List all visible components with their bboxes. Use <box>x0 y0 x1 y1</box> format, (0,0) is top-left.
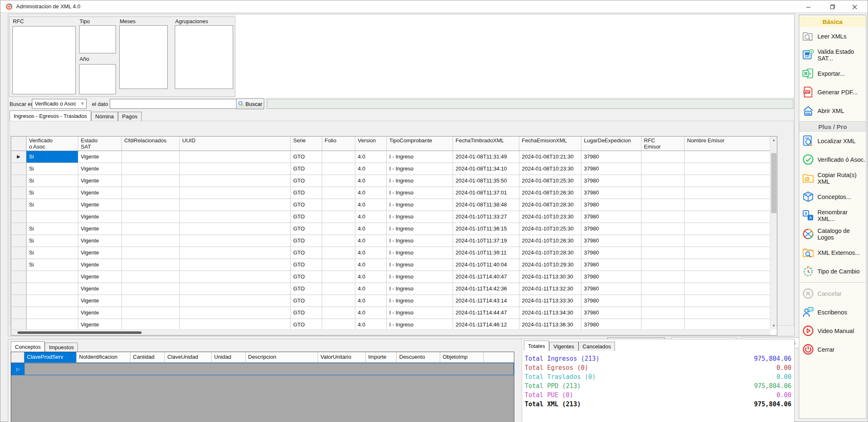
sidebar-item-leer-xmls[interactable]: Leer XMLs <box>799 27 866 46</box>
row-selector[interactable] <box>11 223 27 235</box>
cell-emision[interactable]: 2024-01-08T10:26:30 <box>519 187 581 199</box>
cell-estado[interactable]: Vigente <box>78 199 122 211</box>
maximize-button[interactable] <box>823 0 842 12</box>
cell-cfdi[interactable] <box>122 211 180 223</box>
vertical-scrollbar[interactable]: ▲ ▼ <box>770 137 777 329</box>
cell-emision[interactable]: 2024-01-10T10:23:30 <box>519 211 581 223</box>
cell-tipo[interactable]: I - Ingreso <box>387 163 453 175</box>
cell-uuid[interactable] <box>180 319 291 329</box>
cell-version[interactable]: 4.0 <box>355 319 387 329</box>
cell-serie[interactable]: GTO <box>291 151 322 163</box>
detail-column-header-unidad[interactable]: Unidad <box>212 352 246 362</box>
cell-cfdi[interactable] <box>122 187 180 199</box>
row-selector[interactable]: ▶ <box>11 151 27 163</box>
table-row[interactable]: VigenteGTO4.0I - Ingreso2024-01-11T14:46… <box>11 319 770 329</box>
detail-column-header-descuento[interactable]: Descuento <box>397 352 440 362</box>
cell-serie[interactable]: GTO <box>291 307 322 319</box>
cell-verificado[interactable]: Si <box>27 235 78 247</box>
cell-serie[interactable]: GTO <box>291 199 322 211</box>
cell-lugar[interactable]: 37980 <box>581 283 641 295</box>
row-selector[interactable] <box>11 199 27 211</box>
sidebar-item-conceptos[interactable]: Conceptos... <box>799 187 866 206</box>
row-selector[interactable] <box>11 259 27 271</box>
tipo-listbox[interactable] <box>79 25 116 53</box>
cell-estado[interactable]: Vigente <box>78 163 122 175</box>
column-header-verificado[interactable]: Verificado o Asoc <box>27 137 78 151</box>
cell-serie[interactable]: GTO <box>291 247 322 259</box>
cell-folio[interactable] <box>322 319 355 329</box>
search-input[interactable] <box>110 99 241 109</box>
column-header-uuid[interactable]: UUID <box>180 137 291 151</box>
cell-folio[interactable] <box>322 199 355 211</box>
detail-column-header-claveunidad[interactable]: ClaveUnidad <box>165 352 212 362</box>
detail-column-header-objetoimp[interactable]: ObjetoImp <box>440 352 484 362</box>
minimize-button[interactable] <box>799 0 818 12</box>
cell-serie[interactable]: GTO <box>291 271 322 283</box>
detail-column-header-importe[interactable]: Importe <box>366 352 397 362</box>
cell-cfdi[interactable] <box>122 199 180 211</box>
cell-rfc_emisor[interactable] <box>641 247 685 259</box>
cell-uuid[interactable] <box>180 247 291 259</box>
tab-ingresos-egresos-traslados[interactable]: Ingresos - Egresos - Traslados <box>10 110 91 121</box>
row-selector[interactable] <box>11 319 27 329</box>
table-row[interactable]: VigenteGTO4.0I - Ingreso2024-01-11T14:40… <box>11 271 770 283</box>
column-header-emision[interactable]: FechaEmisionXML <box>519 137 581 151</box>
cell-estado[interactable]: Vigente <box>78 271 122 283</box>
sidebar-item-generar-pdf[interactable]: PDFGenerar PDF... <box>799 83 866 101</box>
cell-timbrado[interactable]: 2024-01-11T14:40:47 <box>453 271 519 283</box>
cell-cfdi[interactable] <box>122 247 180 259</box>
cell-uuid[interactable] <box>180 211 291 223</box>
cell-cfdi[interactable] <box>122 223 180 235</box>
cell-serie[interactable]: GTO <box>291 187 322 199</box>
cell-cfdi[interactable] <box>122 307 180 319</box>
detail-column-header-claveprodserv[interactable]: ClaveProdServ <box>24 352 77 362</box>
cell-folio[interactable] <box>322 307 355 319</box>
sidebar-item-xml-externos[interactable]: XML Externos... <box>799 243 866 262</box>
cell-version[interactable]: 4.0 <box>355 271 387 283</box>
sidebar-item-abrir-xml[interactable]: XMLAbrir XML <box>799 101 866 120</box>
cell-rfc_emisor[interactable] <box>641 175 685 187</box>
cell-emision[interactable]: 2024-01-11T13:33:30 <box>519 295 581 307</box>
cell-folio[interactable] <box>322 271 355 283</box>
detail-grid-row[interactable]: ▷ <box>11 363 514 375</box>
cell-version[interactable]: 4.0 <box>355 307 387 319</box>
sidebar-item-verificado[interactable]: Verificado ó Asoc. <box>799 150 866 169</box>
cell-verificado[interactable] <box>27 271 78 283</box>
cell-cfdi[interactable] <box>122 283 180 295</box>
cell-estado[interactable]: Vigente <box>78 223 122 235</box>
cell-nombre_emisor[interactable] <box>685 259 770 271</box>
cell-uuid[interactable] <box>180 271 291 283</box>
cell-timbrado[interactable]: 2024-01-08T11:35:50 <box>453 175 519 187</box>
cell-serie[interactable]: GTO <box>291 163 322 175</box>
column-header-tipo[interactable]: TipoComprobante <box>387 137 453 151</box>
cell-lugar[interactable]: 37980 <box>581 247 641 259</box>
cell-nombre_emisor[interactable] <box>685 187 770 199</box>
cell-version[interactable]: 4.0 <box>355 211 387 223</box>
cell-version[interactable]: 4.0 <box>355 235 387 247</box>
column-header-sel[interactable] <box>11 137 27 151</box>
cell-estado[interactable]: Vigente <box>78 295 122 307</box>
cell-timbrado[interactable]: 2024-01-10T11:39:11 <box>453 247 519 259</box>
cell-timbrado[interactable]: 2024-01-10T11:36:15 <box>453 223 519 235</box>
cell-nombre_emisor[interactable] <box>685 283 770 295</box>
cell-tipo[interactable]: I - Ingreso <box>387 295 453 307</box>
tab-n-mina[interactable]: Nómina <box>91 112 118 121</box>
cell-tipo[interactable]: I - Ingreso <box>387 283 453 295</box>
vertical-scrollbar-thumb[interactable] <box>771 153 776 213</box>
cell-emision[interactable]: 2024-01-11T13:36:30 <box>519 319 581 329</box>
cell-rfc_emisor[interactable] <box>641 187 685 199</box>
scroll-down-icon[interactable]: ▼ <box>770 322 777 329</box>
table-row[interactable]: SiVigenteGTO4.0I - Ingreso2024-01-08T11:… <box>11 199 770 211</box>
cell-timbrado[interactable]: 2024-01-10T11:40:04 <box>453 259 519 271</box>
column-header-nombre_emisor[interactable]: Nombre Emisor <box>685 137 770 151</box>
cell-rfc_emisor[interactable] <box>641 199 685 211</box>
buscar-en-combobox[interactable]: Verificado o Asoc∨ <box>32 99 87 109</box>
cell-serie[interactable]: GTO <box>291 259 322 271</box>
cell-version[interactable]: 4.0 <box>355 247 387 259</box>
cell-serie[interactable]: GTO <box>291 211 322 223</box>
cell-folio[interactable] <box>322 235 355 247</box>
tab-pagos[interactable]: Pagos <box>118 112 142 121</box>
horizontal-scrollbar-thumb[interactable] <box>17 331 142 334</box>
cell-lugar[interactable]: 37980 <box>581 199 641 211</box>
cell-tipo[interactable]: I - Ingreso <box>387 187 453 199</box>
